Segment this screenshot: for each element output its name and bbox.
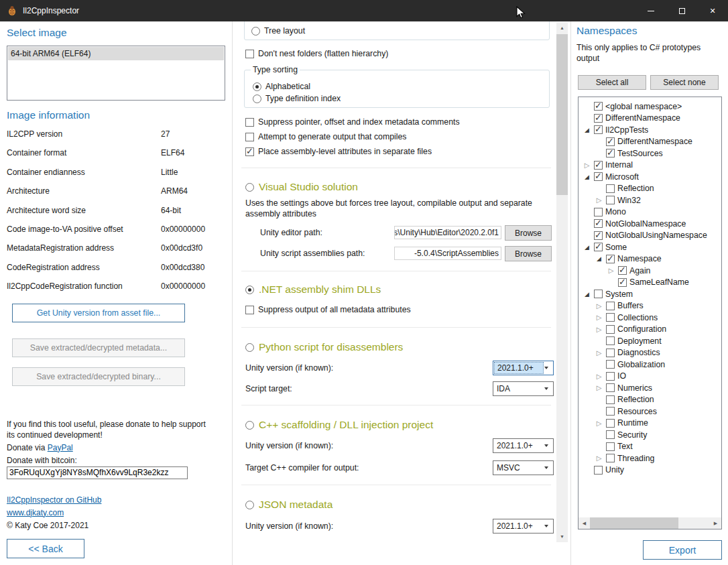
scroll-down-button[interactable]: ▼ [556, 531, 568, 542]
namespace-checkbox[interactable] [606, 302, 615, 310]
namespace-checkbox[interactable] [594, 125, 603, 134]
tree-item[interactable]: NotGlobalNamespace [579, 218, 721, 230]
maximize-button[interactable] [666, 0, 697, 21]
namespace-checkbox[interactable] [594, 102, 603, 111]
namespace-checkbox[interactable] [606, 255, 615, 263]
tree-item[interactable]: <global namespace> [579, 101, 721, 113]
namespace-checkbox[interactable] [606, 454, 615, 462]
flatten-checkbox[interactable] [245, 50, 254, 58]
flatten-checkbox-row[interactable]: Don't nest folders (flatten hierarchy) [245, 49, 388, 58]
options-vertical-scrollbar[interactable]: ▲ ▼ [556, 22, 568, 542]
tree-item[interactable]: ▷Again [579, 265, 721, 277]
get-unity-version-button[interactable]: Get Unity version from asset file... [12, 304, 185, 322]
back-button[interactable]: << Back [7, 539, 84, 558]
expander-expanded-icon[interactable]: ◢ [583, 174, 591, 180]
cpp-compiler-select[interactable]: MSVC [493, 460, 554, 475]
namespace-checkbox[interactable] [606, 349, 615, 357]
tree-item[interactable]: NotGlobalUsingNamespace [579, 230, 721, 242]
shim-dlls-radio-row[interactable]: .NET assembly shim DLLs [245, 284, 381, 296]
suppress-attributes-checkbox-row[interactable]: Suppress output of all metadata attribut… [245, 305, 411, 314]
json-metadata-radio[interactable] [245, 501, 254, 509]
unity-editor-path-input[interactable]: Files\Unity\Hub\Editor\2020.2.0f1 [394, 226, 501, 239]
expander-collapsed-icon[interactable]: ▷ [607, 267, 615, 274]
namespace-checkbox[interactable] [606, 360, 615, 369]
select-all-button[interactable]: Select all [578, 75, 646, 90]
tree-item[interactable]: ▷Diagnostics [579, 347, 721, 359]
namespace-checkbox[interactable] [594, 219, 603, 228]
python-script-radio[interactable] [245, 343, 254, 352]
namespace-checkbox[interactable] [606, 196, 615, 204]
suppress-comments-checkbox-row[interactable]: Suppress pointer, offset and index metad… [245, 117, 460, 127]
scroll-right-button[interactable]: ▶ [710, 517, 721, 529]
namespace-checkbox[interactable] [606, 372, 615, 381]
namespace-checkbox[interactable] [618, 278, 627, 287]
type-definition-index-radio[interactable] [253, 95, 261, 103]
export-button[interactable]: Export [643, 540, 722, 560]
namespace-checkbox[interactable] [594, 172, 603, 181]
tree-item[interactable]: ▷Internal [579, 160, 721, 172]
tree-item[interactable]: ▷Numerics [579, 382, 721, 394]
paypal-link[interactable]: PayPal [48, 443, 73, 452]
tree-item[interactable]: ◢Some [579, 241, 721, 253]
expander-collapsed-icon[interactable]: ▷ [595, 373, 603, 380]
namespace-checkbox[interactable] [594, 466, 603, 475]
namespace-checkbox[interactable] [606, 313, 615, 322]
namespace-checkbox[interactable] [594, 161, 603, 170]
namespace-checkbox[interactable] [606, 383, 615, 392]
namespace-checkbox[interactable] [606, 336, 615, 345]
expander-collapsed-icon[interactable]: ▷ [595, 196, 603, 204]
expander-collapsed-icon[interactable]: ▷ [595, 314, 603, 321]
tree-item[interactable]: ▷Buffers [579, 300, 721, 312]
namespace-checkbox[interactable] [606, 325, 615, 334]
namespace-checkbox[interactable] [606, 442, 615, 451]
namespace-checkbox[interactable] [606, 184, 615, 193]
tree-item[interactable]: ▷Runtime [579, 418, 721, 430]
json-unity-version-select[interactable]: 2021.1.0+ [493, 519, 554, 533]
image-listbox[interactable]: 64-bit ARM64 (ELF64) [7, 46, 225, 101]
expander-collapsed-icon[interactable]: ▷ [595, 302, 603, 310]
alphabetical-radio-row[interactable]: Alphabetical [253, 82, 310, 91]
scroll-left-button[interactable]: ◀ [579, 517, 590, 529]
minimize-button[interactable] [635, 0, 666, 21]
expander-collapsed-icon[interactable]: ▷ [595, 454, 603, 462]
cpp-unity-version-select[interactable]: 2021.1.0+ [493, 438, 554, 453]
tree-item[interactable]: TestSources [579, 147, 721, 160]
tree-item[interactable]: Unity [579, 464, 721, 477]
namespace-checkbox[interactable] [594, 243, 603, 251]
namespace-checkbox[interactable] [606, 407, 615, 416]
tree-item[interactable]: Deployment [579, 335, 721, 347]
tree-item[interactable]: ▷Configuration [579, 324, 721, 336]
scrollbar-thumb[interactable] [556, 34, 568, 195]
tree-item[interactable]: DifferentNamespace [579, 113, 721, 125]
suppress-attributes-checkbox[interactable] [245, 306, 254, 314]
expander-expanded-icon[interactable]: ◢ [583, 244, 591, 251]
separate-attributes-checkbox-row[interactable]: Place assembly-level attributes in separ… [245, 147, 432, 156]
namespace-checkbox[interactable] [606, 395, 615, 404]
select-none-button[interactable]: Select none [650, 75, 719, 90]
visual-studio-radio-row[interactable]: Visual Studio solution [245, 181, 358, 193]
tree-item[interactable]: Text [579, 441, 721, 453]
scroll-up-button[interactable]: ▲ [556, 22, 568, 34]
save-metadata-button[interactable]: Save extracted/decrypted metadata... [12, 338, 185, 357]
tree-layout-radio[interactable] [251, 27, 260, 36]
expander-expanded-icon[interactable]: ◢ [595, 255, 603, 262]
namespace-checkbox[interactable] [594, 231, 603, 240]
namespace-checkbox[interactable] [606, 149, 615, 158]
tree-item[interactable]: Globalization [579, 359, 721, 371]
json-metadata-radio-row[interactable]: JSON metadata [245, 499, 332, 511]
expander-collapsed-icon[interactable]: ▷ [595, 420, 603, 427]
tree-item[interactable]: Reflection [579, 183, 721, 195]
tree-layout-radio-row[interactable]: Tree layout [251, 26, 305, 36]
python-unity-version-select[interactable]: 2021.1.0+ [493, 361, 554, 375]
attempt-compiles-checkbox-row[interactable]: Attempt to generate output that compiles [245, 132, 406, 141]
tree-item[interactable]: Resources [579, 405, 721, 418]
tree-item[interactable]: ◢Il2CppTests [579, 124, 721, 136]
namespace-checkbox[interactable] [594, 114, 603, 123]
tree-item[interactable]: Reflection [579, 394, 721, 406]
namespace-checkbox[interactable] [606, 419, 615, 428]
cpp-project-radio[interactable] [245, 421, 254, 430]
save-binary-button[interactable]: Save extracted/decrypted binary... [12, 367, 185, 386]
expander-collapsed-icon[interactable]: ▷ [595, 326, 603, 333]
namespace-checkbox[interactable] [606, 137, 615, 146]
bitcoin-address-input[interactable] [7, 466, 188, 479]
